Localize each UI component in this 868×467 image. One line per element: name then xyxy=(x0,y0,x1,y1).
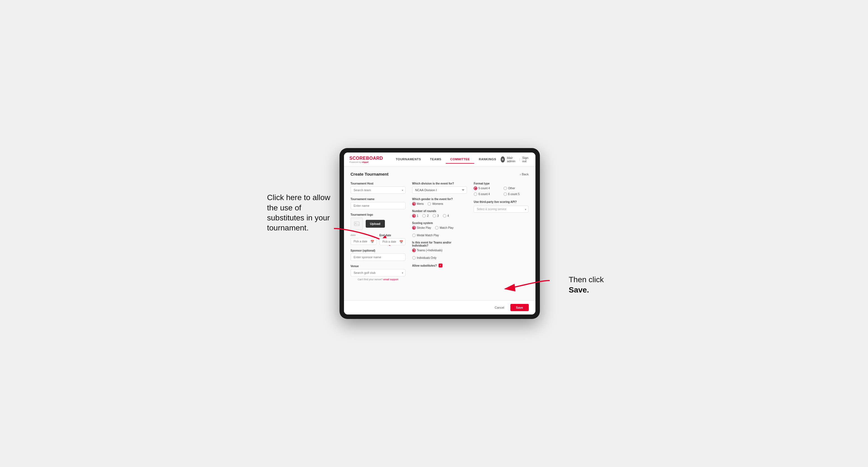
annotation-left: Click here to allow the use of substitut… xyxy=(267,193,334,234)
avatar: B xyxy=(501,156,505,162)
tournament-host-section: Tournament Host ▾ xyxy=(351,182,405,194)
scoring-medal-match-radio[interactable] xyxy=(412,234,416,237)
col-right: Format type 5 count 4 Other xyxy=(474,182,528,285)
scoring-service-select[interactable]: Select & scoring service xyxy=(474,206,528,213)
rounds-4-radio[interactable] xyxy=(443,214,446,218)
format-options-grid: 5 count 4 Other 6 count 4 xyxy=(474,186,528,196)
substitutes-checkbox-item: Allow substitutes? ✓ xyxy=(412,263,467,268)
rounds-section: Number of rounds 1 2 xyxy=(412,210,467,218)
save-button[interactable]: Save xyxy=(510,304,529,311)
page-title: Create Tournament xyxy=(351,172,389,177)
event-for-individuals[interactable]: Individuals Only xyxy=(412,256,437,260)
scoring-service-wrapper: Select & scoring service xyxy=(474,206,528,213)
format-type-section: Format type 5 count 4 Other xyxy=(474,182,528,196)
search-icon: ▾ xyxy=(402,189,403,192)
tournament-host-label: Tournament Host xyxy=(351,182,405,185)
image-icon xyxy=(354,221,360,227)
rounds-1-radio[interactable] xyxy=(412,214,416,218)
gender-section: Which gender is the event for? Mens Wome… xyxy=(412,197,467,206)
gender-womens[interactable]: Womens xyxy=(428,202,443,206)
logo-subtext: Powered by clippd xyxy=(349,161,383,163)
venue-label: Venue xyxy=(351,265,405,268)
logo-text: SCOREBOARD xyxy=(349,156,383,161)
gender-womens-radio[interactable] xyxy=(428,202,431,206)
back-link[interactable]: Back xyxy=(520,173,528,176)
scoring-service-label: Use third-party live scoring API? xyxy=(474,200,528,204)
form-footer: Cancel Save xyxy=(344,300,535,314)
nav-teams[interactable]: TEAMS xyxy=(426,155,446,164)
annotation-right: Then click Save. xyxy=(568,275,603,295)
scoring-radio-group: Stroke Play Match Play Medal Match Play xyxy=(412,226,467,237)
nav-bar: SCOREBOARD Powered by clippd TOURNAMENTS… xyxy=(344,153,535,167)
format-6count4[interactable]: 6 count 4 xyxy=(474,192,499,196)
sponsor-section: Sponsor (optional) xyxy=(351,249,405,261)
venue-section: Venue ▾ Can't find your venue? email sup… xyxy=(351,265,405,281)
scoring-match-radio[interactable] xyxy=(435,226,439,229)
rounds-radio-group: 1 2 3 xyxy=(412,214,467,218)
scoring-system-label: Scoring system xyxy=(412,221,467,225)
tournament-name-label: Tournament name xyxy=(351,197,405,201)
scoring-service-section: Use third-party live scoring API? Select… xyxy=(474,200,528,213)
substitutes-section: Allow substitutes? ✓ xyxy=(412,263,467,268)
sponsor-input[interactable] xyxy=(351,253,405,261)
rounds-4[interactable]: 4 xyxy=(443,214,449,218)
event-for-teams-radio[interactable] xyxy=(412,249,416,252)
sponsor-label: Sponsor (optional) xyxy=(351,249,405,252)
event-for-individuals-radio[interactable] xyxy=(412,256,416,260)
format-6count5-radio[interactable] xyxy=(503,192,507,196)
user-name: blair admin xyxy=(507,156,517,163)
sign-out-link[interactable]: Sign out xyxy=(522,156,530,163)
format-6count4-radio[interactable] xyxy=(474,192,477,196)
nav-tournaments[interactable]: TOURNAMENTS xyxy=(391,155,426,164)
rounds-1[interactable]: 1 xyxy=(412,214,418,218)
rounds-3-radio[interactable] xyxy=(432,214,436,218)
scoring-medal-match[interactable]: Medal Match Play xyxy=(412,234,439,237)
event-for-section: Is this event for Teams and/or Individua… xyxy=(412,241,467,260)
page-header: Create Tournament Back xyxy=(351,172,529,177)
scoring-stroke[interactable]: Stroke Play xyxy=(412,226,431,229)
gender-mens[interactable]: Mens xyxy=(412,202,424,206)
arrow-right-icon xyxy=(502,278,552,292)
event-for-radio-group: Teams (+Individuals) Individuals Only xyxy=(412,249,467,260)
tournament-logo-label: Tournament logo xyxy=(351,213,405,216)
format-5count4[interactable]: 5 count 4 xyxy=(474,186,499,190)
rounds-2-radio[interactable] xyxy=(422,214,426,218)
cancel-button[interactable]: Cancel xyxy=(492,304,507,311)
venue-dropdown-icon: ▾ xyxy=(402,271,403,274)
gender-mens-radio[interactable] xyxy=(412,202,416,206)
scoring-match[interactable]: Match Play xyxy=(435,226,453,229)
nav-rankings[interactable]: RANKINGS xyxy=(474,155,501,164)
division-section: Which division is the event for? NCAA Di… xyxy=(412,182,467,194)
format-other-radio[interactable] xyxy=(503,186,507,190)
scoring-system-section: Scoring system Stroke Play Match Play xyxy=(412,221,467,237)
nav-links: TOURNAMENTS TEAMS COMMITTEE RANKINGS xyxy=(391,155,501,164)
tournament-name-section: Tournament name xyxy=(351,197,405,209)
format-other[interactable]: Other xyxy=(503,186,529,190)
event-for-teams[interactable]: Teams (+Individuals) xyxy=(412,249,442,252)
gender-label: Which gender is the event for? xyxy=(412,197,467,201)
gender-radio-group: Mens Womens xyxy=(412,202,467,206)
venue-input[interactable] xyxy=(351,269,405,276)
substitutes-label: Allow substitutes? xyxy=(412,264,437,267)
substitutes-checkbox[interactable]: ✓ xyxy=(439,263,442,268)
rounds-3[interactable]: 3 xyxy=(432,214,439,218)
event-for-label: Is this event for Teams and/or Individua… xyxy=(412,241,467,247)
calendar-icon-2: 📅 xyxy=(399,240,403,244)
nav-user: B blair admin | Sign out xyxy=(501,156,530,163)
calendar-icon: 📅 xyxy=(370,240,374,243)
email-support-link[interactable]: email support xyxy=(383,278,398,281)
tournament-name-input[interactable] xyxy=(351,202,405,209)
format-5count4-radio[interactable] xyxy=(474,186,477,190)
end-date-wrapper: 📅 xyxy=(379,238,405,245)
format-6count5[interactable]: 6 count 5 xyxy=(503,192,529,196)
venue-hint: Can't find your venue? email support xyxy=(351,278,405,281)
rounds-2[interactable]: 2 xyxy=(422,214,429,218)
scoring-stroke-radio[interactable] xyxy=(412,226,416,229)
format-type-label: Format type xyxy=(474,182,528,185)
tournament-host-input[interactable] xyxy=(351,186,405,194)
division-select[interactable]: NCAA Division I xyxy=(412,186,467,194)
rounds-label: Number of rounds xyxy=(412,210,467,213)
col-mid: Which division is the event for? NCAA Di… xyxy=(412,182,467,285)
division-label: Which division is the event for? xyxy=(412,182,467,185)
nav-committee[interactable]: COMMITTEE xyxy=(446,155,474,164)
